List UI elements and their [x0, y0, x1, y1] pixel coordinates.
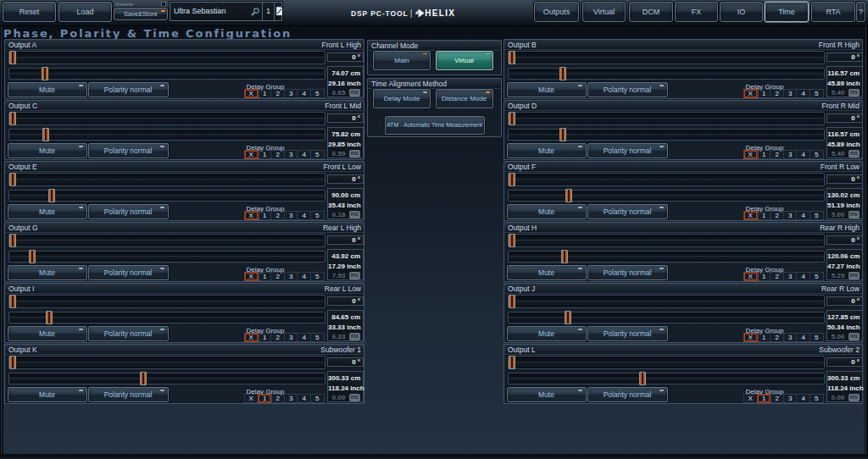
delay-group-4[interactable]: 4 — [797, 90, 810, 97]
delay-group-2[interactable]: 2 — [771, 273, 784, 280]
polarity-button[interactable]: Polarity normal — [587, 265, 668, 280]
distance-cm[interactable]: 130.02 cm — [827, 191, 860, 201]
reset-button[interactable]: Reset — [3, 2, 56, 22]
delay-group-3[interactable]: 3 — [285, 151, 298, 158]
distance-cm[interactable]: 43.92 cm — [328, 252, 360, 262]
delay-group-2[interactable]: 2 — [271, 212, 285, 219]
delay-group-5[interactable]: 5 — [810, 395, 823, 402]
phase-slider-handle[interactable] — [509, 295, 515, 308]
delay-slider[interactable] — [508, 129, 825, 141]
delay-slider[interactable] — [508, 312, 825, 324]
delay-group-4[interactable]: 4 — [797, 334, 810, 341]
delay-mode-button[interactable]: Delay Mode — [373, 89, 431, 108]
delay-slider[interactable] — [8, 129, 326, 141]
delay-slider-handle[interactable] — [565, 311, 571, 324]
distance-inch[interactable]: 35.43 inch — [328, 201, 360, 211]
delay-group-2[interactable]: 2 — [771, 212, 784, 219]
delay-group-4[interactable]: 4 — [298, 334, 311, 341]
phase-value[interactable]: 0 ° — [826, 357, 863, 367]
delay-group-3[interactable]: 3 — [784, 273, 798, 280]
channel-mode-main-button[interactable]: Main — [373, 51, 431, 70]
polarity-button[interactable]: Polarity normal — [88, 82, 169, 97]
preset-number[interactable]: 1 — [263, 3, 274, 20]
delay-slider-handle[interactable] — [42, 128, 49, 141]
delay-group-x[interactable]: X — [245, 273, 259, 280]
phase-slider[interactable] — [508, 356, 825, 369]
delay-group-2[interactable]: 2 — [271, 395, 285, 402]
distance-inch[interactable]: 33.33 inch — [328, 323, 360, 333]
delay-group-x[interactable]: X — [744, 90, 758, 97]
delay-group-5[interactable]: 5 — [311, 212, 324, 219]
delay-group-x[interactable]: X — [744, 273, 758, 280]
delay-group-1[interactable]: 1 — [758, 334, 771, 341]
delay-group-4[interactable]: 4 — [797, 151, 810, 158]
delay-group-1[interactable]: 1 — [758, 212, 771, 219]
delay-group-2[interactable]: 2 — [771, 395, 784, 402]
phase-slider-handle[interactable] — [9, 234, 16, 247]
delay-slider-handle[interactable] — [565, 189, 572, 202]
phase-slider-handle[interactable] — [9, 112, 16, 125]
phase-value[interactable]: 0 ° — [327, 357, 364, 367]
mute-button[interactable]: Mute — [507, 82, 587, 97]
delay-group-5[interactable]: 5 — [311, 273, 324, 280]
delay-group-1[interactable]: 1 — [758, 395, 771, 402]
mute-button[interactable]: Mute — [8, 143, 87, 158]
polarity-button[interactable]: Polarity normal — [587, 387, 668, 402]
delay-group-1[interactable]: 1 — [259, 151, 272, 158]
delay-slider[interactable] — [508, 251, 825, 263]
phase-slider[interactable] — [508, 173, 825, 186]
load-button[interactable]: Load — [58, 2, 112, 22]
nav-rta-button[interactable]: RTA — [811, 2, 855, 22]
distance-mode-button[interactable]: Distance Mode — [436, 89, 493, 108]
polarity-button[interactable]: Polarity normal — [587, 143, 668, 158]
phase-slider[interactable] — [8, 173, 326, 186]
mute-button[interactable]: Mute — [8, 204, 87, 219]
delay-group-2[interactable]: 2 — [771, 151, 784, 158]
channel-mode-virtual-button[interactable]: Virtual — [436, 51, 493, 70]
delay-group-4[interactable]: 4 — [797, 395, 810, 402]
phase-slider[interactable] — [8, 356, 326, 369]
polarity-button[interactable]: Polarity normal — [88, 387, 169, 402]
delay-slider-handle[interactable] — [42, 67, 48, 80]
delay-group-2[interactable]: 2 — [771, 334, 784, 341]
overwrite-checkbox[interactable] — [161, 2, 166, 7]
distance-inch[interactable]: 29.16 inch — [328, 79, 360, 89]
delay-group-3[interactable]: 3 — [784, 90, 798, 97]
delay-slider-handle[interactable] — [48, 189, 55, 202]
distance-cm[interactable]: 300.33 cm — [328, 373, 360, 384]
delay-slider[interactable] — [8, 373, 326, 384]
distance-inch[interactable]: 45.89 inch — [827, 140, 860, 150]
delay-group-1[interactable]: 1 — [758, 151, 771, 158]
distance-cm[interactable]: 120.06 cm — [827, 252, 860, 262]
phase-slider-handle[interactable] — [9, 356, 16, 369]
delay-slider[interactable] — [508, 68, 825, 80]
delay-slider-handle[interactable] — [561, 250, 568, 263]
delay-group-x[interactable]: X — [744, 212, 758, 219]
polarity-button[interactable]: Polarity normal — [587, 204, 668, 219]
phase-value[interactable]: 0 ° — [327, 174, 364, 184]
polarity-button[interactable]: Polarity normal — [88, 143, 169, 158]
phase-value[interactable]: 0 ° — [826, 174, 863, 184]
polarity-button[interactable]: Polarity normal — [587, 326, 668, 341]
delay-group-2[interactable]: 2 — [271, 334, 285, 341]
distance-inch[interactable]: 50.34 inch — [827, 323, 860, 333]
nav-virtual-button[interactable]: Virtual — [582, 2, 626, 22]
delay-group-5[interactable]: 5 — [311, 151, 324, 158]
delay-group-3[interactable]: 3 — [285, 334, 298, 341]
delay-slider[interactable] — [508, 190, 825, 202]
delay-group-4[interactable]: 4 — [298, 90, 311, 97]
phase-slider[interactable] — [508, 234, 825, 247]
delay-group-3[interactable]: 3 — [784, 395, 798, 402]
nav-dcm-button[interactable]: DCM — [629, 2, 673, 22]
delay-group-5[interactable]: 5 — [810, 90, 823, 97]
mute-button[interactable]: Mute — [507, 265, 587, 280]
delay-group-5[interactable]: 5 — [810, 151, 823, 158]
delay-group-3[interactable]: 3 — [285, 273, 298, 280]
phase-value[interactable]: 0 ° — [327, 296, 364, 306]
delay-group-2[interactable]: 2 — [271, 151, 285, 158]
phase-value[interactable]: 0 ° — [327, 53, 364, 62]
distance-cm[interactable]: 300.33 cm — [827, 373, 860, 384]
mute-button[interactable]: Mute — [8, 265, 87, 280]
phase-slider-handle[interactable] — [509, 234, 515, 247]
delay-group-x[interactable]: X — [744, 151, 758, 158]
